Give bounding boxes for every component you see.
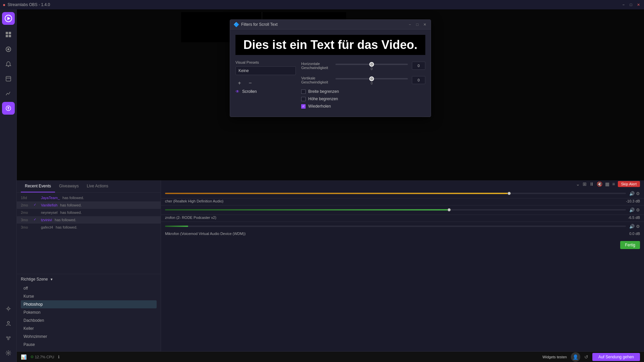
event-user: JayaTeam_ xyxy=(41,196,60,200)
dialog-close[interactable]: ✕ xyxy=(422,22,427,27)
dialog-title: Filters for Scroll Text xyxy=(241,22,405,27)
event-icon xyxy=(34,210,38,215)
scene-item-off[interactable]: off xyxy=(21,284,157,292)
sidebar-item-stats[interactable] xyxy=(2,87,15,100)
mixer-area: 🔊 ⚙ cher (Realtek High Definition Audio)… xyxy=(161,188,644,351)
scene-item-pause[interactable]: Pause xyxy=(21,341,157,349)
svg-point-12 xyxy=(7,308,9,310)
sidebar-item-s3[interactable] xyxy=(2,332,15,345)
sidebar-item-s2[interactable] xyxy=(2,317,15,330)
remove-filter-button[interactable]: − xyxy=(246,79,254,87)
svg-rect-2 xyxy=(6,32,8,34)
scroll-text-content: Dies ist ein Text für das Video. xyxy=(244,38,418,52)
event-action: has followed. xyxy=(60,210,82,215)
mixer-list-icon[interactable]: ≡ xyxy=(612,181,615,187)
event-user: Vanillefish xyxy=(41,203,57,207)
svg-point-17 xyxy=(7,321,9,323)
table-row[interactable]: 18d JayaTeam_ has followed. xyxy=(17,194,161,201)
table-row[interactable]: 2mo ✓ Vanillefish has followed. xyxy=(17,201,161,209)
channel2-settings-icon[interactable]: ⚙ xyxy=(636,207,640,213)
maximize-button[interactable]: □ xyxy=(628,2,634,8)
dialog-minimize[interactable]: − xyxy=(407,22,413,27)
channel3-db: 0.0 dB xyxy=(629,232,640,236)
sidebar-item-s1[interactable] xyxy=(2,302,15,315)
visual-presets-dropdown[interactable]: Keine xyxy=(235,66,296,75)
minimize-button[interactable]: − xyxy=(621,2,627,8)
table-row[interactable]: 2mo neyneysel has followed. xyxy=(17,209,161,216)
tab-recent-events[interactable]: Recent Events xyxy=(21,180,55,192)
window-controls: − □ ✕ xyxy=(621,2,641,8)
mixer-pause-icon[interactable]: ⏸ xyxy=(589,181,594,187)
scene-header[interactable]: Richtige Szene ▼ xyxy=(21,277,157,282)
table-row[interactable]: 3mo ✓ tzvinivi has followed. xyxy=(17,216,161,224)
channel1-db: -10.3 dB xyxy=(626,199,640,203)
channel3-settings-icon[interactable]: ⚙ xyxy=(636,224,640,229)
tab-live-actions[interactable]: Live Actions xyxy=(83,180,112,192)
add-filter-button[interactable]: + xyxy=(235,79,244,87)
audio-channel-3-name-row: Mikrofon (Voicemod Virtual Audio Device … xyxy=(161,231,644,238)
sidebar-item-settings[interactable] xyxy=(2,347,15,359)
vertical-speed-label: VertikaleGeschwindigkeit xyxy=(301,76,331,84)
mixer-layout-icon[interactable]: ⊞ xyxy=(583,181,587,187)
sidebar-item-logo[interactable] xyxy=(2,12,15,25)
close-button[interactable]: ✕ xyxy=(635,2,641,8)
vertical-speed-value[interactable]: 0 xyxy=(412,76,425,84)
mixer-grid-icon[interactable]: ▦ xyxy=(605,181,609,187)
event-user: tzvinivi xyxy=(41,218,52,222)
mixer-chevron-icon[interactable]: ⌄ xyxy=(576,181,580,187)
dialog-maximize[interactable]: □ xyxy=(415,22,420,27)
scene-header-label: Richtige Szene xyxy=(21,277,48,282)
event-time: 2mo xyxy=(21,203,31,207)
repeat-checkbox[interactable]: ✓ xyxy=(301,104,306,109)
right-panel: ⌄ ⊞ ⏸ 🔇 ▦ ≡ Skip Alert xyxy=(161,180,644,351)
repeat-row: ✓ Wiederholen xyxy=(301,104,425,109)
sidebar-item-dashboard[interactable] xyxy=(2,28,15,41)
horizontal-speed-slider[interactable] xyxy=(335,64,408,65)
sidebar-item-themes[interactable] xyxy=(2,72,15,85)
table-row[interactable]: 3mo gafect4 has followed. xyxy=(17,224,161,231)
sidebar-item-appstore[interactable] xyxy=(2,102,15,115)
preview-area: 🔷 Filters for Scroll Text − □ ✕ Dies ist… xyxy=(17,9,644,180)
go-live-button[interactable]: Auf Sendung gehen xyxy=(592,353,640,361)
cpu-label: 12.7% CPU xyxy=(35,355,54,359)
channel2-mute-icon[interactable]: 🔊 xyxy=(629,207,635,213)
filter-item-scrollen[interactable]: 👁 Scrollen xyxy=(235,87,296,96)
limit-width-row: Breite begrenzen xyxy=(301,89,425,94)
svg-point-18 xyxy=(6,337,8,338)
widgets-test-button[interactable]: Widgets testen xyxy=(542,355,567,359)
refresh-icon[interactable]: ↺ xyxy=(584,354,588,360)
sidebar-item-live[interactable] xyxy=(2,43,15,56)
scene-section: Richtige Szene ▼ off Kurse Photoshop Pok… xyxy=(17,274,161,351)
scene-item-wohnzimmer[interactable]: Wohnzimmer xyxy=(21,333,157,341)
channel1-mute-icon[interactable]: 🔊 xyxy=(629,191,635,196)
vertical-speed-slider[interactable] xyxy=(335,78,408,79)
scene-item-keller[interactable]: Keller xyxy=(21,324,157,333)
skip-alert-button[interactable]: Skip Alert xyxy=(618,181,640,187)
info-icon[interactable]: ℹ xyxy=(58,355,60,359)
audio-channel-1: 🔊 ⚙ xyxy=(161,189,644,198)
horizontal-speed-value[interactable]: 0 xyxy=(412,62,425,70)
limit-height-row: Höhe begrenzen xyxy=(301,97,425,101)
channel1-name: cher (Realtek High Definition Audio) xyxy=(165,199,623,203)
fertig-button[interactable]: Fertig xyxy=(620,241,640,249)
scene-item-pokemon[interactable]: Pokemon xyxy=(21,308,157,316)
tab-giveaways[interactable]: Giveaways xyxy=(55,180,83,192)
mixer-mute-icon[interactable]: 🔇 xyxy=(597,181,602,187)
svg-rect-9 xyxy=(6,76,11,81)
channel2-name: zrofon (2- RODE Podcaster v2) xyxy=(165,216,625,220)
channel1-settings-icon[interactable]: ⚙ xyxy=(636,191,640,196)
left-panel: Recent Events Giveaways Live Actions 18d… xyxy=(17,180,161,351)
scene-item-dachboden[interactable]: Dachboden xyxy=(21,316,157,324)
svg-point-7 xyxy=(7,48,9,50)
scene-item-photoshop[interactable]: Photoshop xyxy=(21,300,157,308)
limit-height-checkbox[interactable] xyxy=(301,97,306,101)
limit-width-checkbox[interactable] xyxy=(301,89,306,94)
chart-icon[interactable]: 📊 xyxy=(21,354,26,360)
avatar[interactable]: 👤 xyxy=(571,352,580,362)
horizontal-speed-label: HorizontaleGeschwindigkeit xyxy=(301,62,331,70)
events-tabs: Recent Events Giveaways Live Actions xyxy=(17,180,161,193)
channel3-mute-icon[interactable]: 🔊 xyxy=(629,224,635,229)
audio-channel-1-name-row: cher (Realtek High Definition Audio) -10… xyxy=(161,198,644,205)
sidebar-item-alerts[interactable] xyxy=(2,58,15,70)
scene-item-kurse[interactable]: Kurse xyxy=(21,292,157,300)
